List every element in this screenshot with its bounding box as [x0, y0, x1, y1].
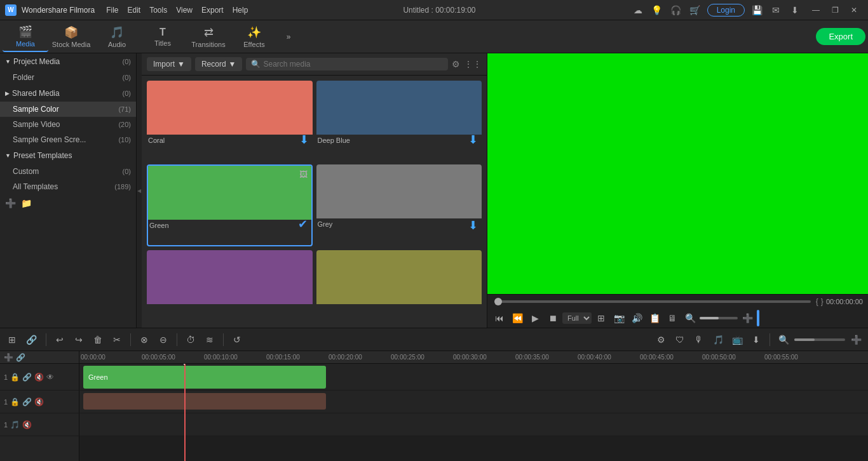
headset-icon[interactable]: 🎧	[669, 3, 683, 17]
audio-clip[interactable]	[83, 393, 326, 410]
track-mute-icon[interactable]: 🔇	[34, 373, 44, 382]
track-link-icon[interactable]: 🔗	[16, 353, 25, 362]
stop-button[interactable]: ⏹	[545, 310, 561, 326]
menu-edit[interactable]: Edit	[128, 6, 141, 15]
menu-help[interactable]: Help	[233, 6, 248, 15]
cut-button[interactable]: ✂	[109, 331, 125, 348]
progress-thumb[interactable]	[494, 298, 502, 305]
tl-zoom-out[interactable]: 🔍	[775, 331, 792, 348]
menu-tools[interactable]: Tools	[149, 6, 167, 15]
folder-icon[interactable]: 📁	[21, 198, 32, 208]
all-templates-item[interactable]: All Templates (189)	[0, 179, 136, 194]
bracket-left-icon[interactable]: {	[816, 297, 818, 306]
split-view-icon[interactable]: ⊞	[593, 310, 609, 326]
close-button[interactable]: ✕	[845, 3, 863, 17]
export-button[interactable]: Export	[816, 28, 865, 45]
media-item-coral[interactable]: ⬇ Coral	[147, 81, 313, 161]
track-lock-icon[interactable]: 🔒	[10, 373, 20, 382]
gift-icon[interactable]: 🛒	[688, 3, 702, 17]
bulb-icon[interactable]: 💡	[650, 3, 664, 17]
folder-item[interactable]: Folder (0)	[0, 70, 136, 85]
add-folder-icon[interactable]: ➕	[5, 198, 16, 208]
zoom-in-icon[interactable]: ➕	[739, 310, 756, 326]
timeline-link-button[interactable]: 🔗	[23, 331, 39, 348]
download-icon[interactable]: ⬇	[788, 3, 802, 17]
media-item-purple[interactable]	[147, 250, 313, 323]
media-item-green[interactable]: 🖼 ✔ Green	[147, 164, 313, 247]
preview-progress-bar[interactable]	[495, 300, 811, 303]
save-icon[interactable]: 💾	[750, 3, 764, 17]
filter-icon[interactable]: ⚙	[452, 59, 460, 69]
audio-wave-button[interactable]: ≋	[201, 331, 218, 348]
media-item-olive[interactable]	[316, 250, 482, 323]
zoom-select[interactable]: Full	[562, 312, 592, 324]
tl-music-icon[interactable]: 🎵	[710, 331, 726, 348]
tl-zoom-slider[interactable]	[794, 338, 845, 341]
audio-track[interactable]	[79, 391, 868, 413]
undo-button[interactable]: ↩	[51, 331, 68, 348]
preset-templates-section[interactable]: ▼ Preset Templates	[0, 147, 136, 164]
tl-settings-icon[interactable]: ⚙	[653, 331, 669, 348]
redo-button[interactable]: ↪	[71, 331, 87, 348]
ripple-button[interactable]: ⊖	[155, 331, 172, 348]
delete-button[interactable]: 🗑	[90, 331, 106, 348]
toolbar-titles[interactable]: T Titles	[140, 22, 186, 52]
add-track-icon[interactable]: ➕	[4, 353, 13, 362]
toolbar-media[interactable]: 🎬 Media	[3, 22, 48, 52]
tl-zoom-in[interactable]: ➕	[848, 331, 864, 348]
tl-screen-icon[interactable]: 📺	[729, 331, 745, 348]
media-item-grey[interactable]: ⬇ Grey	[316, 164, 482, 247]
login-button[interactable]: Login	[707, 4, 745, 17]
toolbar-audio[interactable]: 🎵 Audio	[94, 22, 140, 52]
project-media-section[interactable]: ▼ Project Media (0)	[0, 53, 136, 70]
track-lock-icon-a[interactable]: 🔒	[10, 398, 20, 406]
speed-button[interactable]: ⏱	[182, 331, 199, 348]
sample-color-item[interactable]: Sample Color (71)	[0, 102, 136, 117]
timeline-grid-button[interactable]: ⊞	[4, 331, 20, 348]
playlist-icon[interactable]: 📋	[646, 310, 663, 326]
record-button[interactable]: Record ▼	[195, 57, 243, 71]
shared-media-section[interactable]: ▶ Shared Media (0)	[0, 85, 136, 102]
volume-icon[interactable]: 🔊	[628, 310, 645, 326]
volume-slider[interactable]	[700, 317, 738, 319]
sample-green-screen-item[interactable]: Sample Green Scre... (10)	[0, 132, 136, 147]
music-track[interactable]	[79, 413, 868, 436]
track-eye-icon[interactable]: 👁	[46, 373, 54, 382]
toolbar-stock-media[interactable]: 📦 Stock Media	[48, 22, 94, 52]
panel-divider[interactable]	[137, 53, 142, 328]
toolbar-more-button[interactable]: »	[280, 28, 297, 46]
toolbar-transitions[interactable]: ⇄ Transitions	[186, 22, 231, 52]
video-track[interactable]: Green	[79, 364, 868, 391]
menu-file[interactable]: File	[106, 6, 118, 15]
screenshot-icon[interactable]: 📷	[611, 310, 627, 326]
display-icon[interactable]: 🖥	[664, 310, 681, 326]
track-link-icon-a[interactable]: 🔗	[22, 398, 32, 406]
play-button[interactable]: ▶	[527, 310, 543, 326]
cloud-icon[interactable]: ☁	[631, 3, 645, 17]
step-back-button[interactable]: ⏪	[509, 310, 526, 326]
toolbar-effects[interactable]: ✨ Effects	[231, 22, 277, 52]
track-link-icon[interactable]: 🔗	[22, 373, 32, 382]
skip-back-button[interactable]: ⏮	[491, 310, 508, 326]
minimize-button[interactable]: —	[807, 3, 825, 17]
track-lock-icon-m[interactable]: 🎵	[10, 420, 20, 429]
message-icon[interactable]: ✉	[769, 3, 783, 17]
custom-item[interactable]: Custom (0)	[0, 164, 136, 179]
media-item-deep-blue[interactable]: ⬇ Deep Blue	[316, 81, 482, 161]
clip-marker-button[interactable]: ⊗	[136, 331, 153, 348]
maximize-button[interactable]: ❐	[826, 3, 844, 17]
transition-button[interactable]: ↺	[229, 331, 245, 348]
import-button[interactable]: Import ▼	[147, 57, 191, 71]
video-clip-green[interactable]: Green	[83, 366, 326, 389]
sample-video-item[interactable]: Sample Video (20)	[0, 117, 136, 132]
menu-view[interactable]: View	[176, 6, 193, 15]
search-input[interactable]	[263, 60, 443, 69]
track-mute-icon-a[interactable]: 🔇	[34, 398, 44, 406]
zoom-out-icon[interactable]: 🔍	[682, 310, 698, 326]
tl-import-icon[interactable]: ⬇	[748, 331, 764, 348]
track-mute-icon-m[interactable]: 🔇	[22, 420, 32, 429]
grid-view-icon[interactable]: ⋮⋮	[464, 59, 482, 69]
timeline-ruler[interactable]: 00:00:00 00:00:05:00 00:00:10:00 00:00:1…	[79, 351, 868, 364]
bracket-right-icon[interactable]: }	[821, 297, 824, 306]
menu-export[interactable]: Export	[201, 6, 224, 15]
